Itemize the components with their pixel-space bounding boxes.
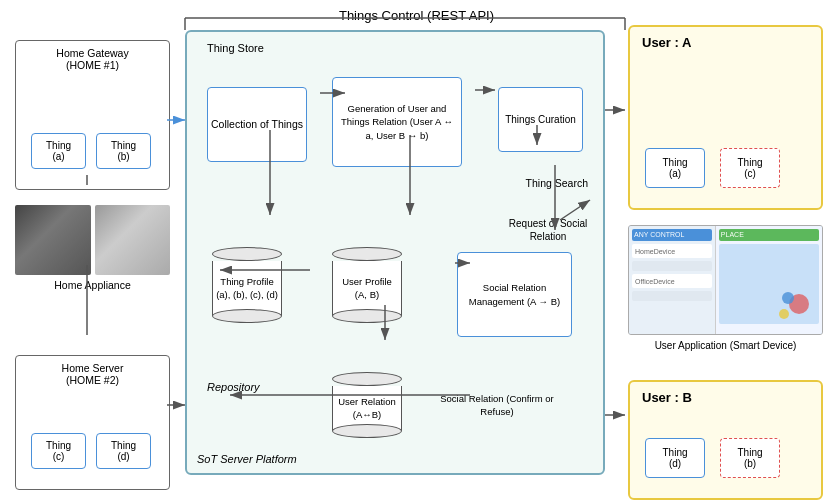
things-curation: Things Curation (498, 87, 583, 152)
social-relation-confirm: Social Relation (Confirm or Refuse) (437, 393, 557, 418)
right-panel: User : A Thing (a) Thing (c) ANY CONTROL… (628, 20, 828, 490)
social-mgmt: Social Relation Management (A → B) (457, 252, 572, 337)
appliance-photo-2 (95, 205, 171, 275)
thing-search-label: Thing Search (526, 177, 588, 189)
appliance-label: Home Appliance (15, 279, 170, 291)
user-a-label: User : A (642, 35, 691, 50)
thing-store-label: Thing Store (207, 42, 264, 54)
user-app-label: User Application (Smart Device) (628, 339, 823, 352)
home-server-2-title: Home Server (HOME #2) (62, 362, 124, 386)
diagram-container: Things Control (REST API) Home Gateway (… (0, 0, 833, 501)
app-left-panel: ANY CONTROL HomeDevice OfficeDevice (629, 226, 716, 334)
thing-profile: Thing Profile (a), (b), (c), (d) (212, 247, 282, 323)
user-b-label: User : B (642, 390, 692, 405)
home-appliance-area: Home Appliance (15, 205, 170, 291)
user-a-box: User : A Thing (a) Thing (c) (628, 25, 823, 210)
page-title: Things Control (REST API) (339, 8, 494, 23)
user-b-box: User : B Thing (d) Thing (b) (628, 380, 823, 500)
appliance-photo-1 (15, 205, 91, 275)
collection-of-things: Collection of Things (207, 87, 307, 162)
generation-box: Generation of User and Things Relation (… (332, 77, 462, 167)
home1-things: Thing (a) Thing (b) (31, 133, 151, 169)
user-app-area: ANY CONTROL HomeDevice OfficeDevice PLAC… (628, 225, 823, 370)
thing-b-home1: Thing (b) (96, 133, 151, 169)
app-right-panel: PLACE (716, 226, 822, 334)
home2-things: Thing (c) Thing (d) (31, 433, 151, 469)
left-panel: Home Gateway (HOME #1) Thing (a) Thing (… (5, 20, 180, 480)
user-b-thing-d: Thing (d) (645, 438, 705, 478)
thing-c-home2: Thing (c) (31, 433, 86, 469)
thing-a-home1: Thing (a) (31, 133, 86, 169)
home-gateway-1: Home Gateway (HOME #1) Thing (a) Thing (… (15, 40, 170, 190)
social-request-label: Request of Social Relation (503, 217, 593, 243)
user-b-thing-b: Thing (b) (720, 438, 780, 478)
user-relation: User Relation (A↔B) (332, 372, 402, 438)
user-a-thing-a: Thing (a) (645, 148, 705, 188)
thing-d-home2: Thing (d) (96, 433, 151, 469)
sot-label: SoT Server Platform (197, 453, 297, 465)
home-gateway-1-title: Home Gateway (HOME #1) (56, 47, 128, 71)
user-b-things: Thing (d) Thing (b) (645, 438, 780, 478)
user-profile: User Profile (A, B) (332, 247, 402, 323)
sot-platform: Thing Store Collection of Things Generat… (185, 30, 605, 475)
app-screenshot: ANY CONTROL HomeDevice OfficeDevice PLAC… (628, 225, 823, 335)
repository-label: Repository (207, 381, 260, 393)
home-server-2: Home Server (HOME #2) Thing (c) Thing (d… (15, 355, 170, 490)
user-a-thing-c: Thing (c) (720, 148, 780, 188)
user-a-things: Thing (a) Thing (c) (645, 148, 780, 188)
